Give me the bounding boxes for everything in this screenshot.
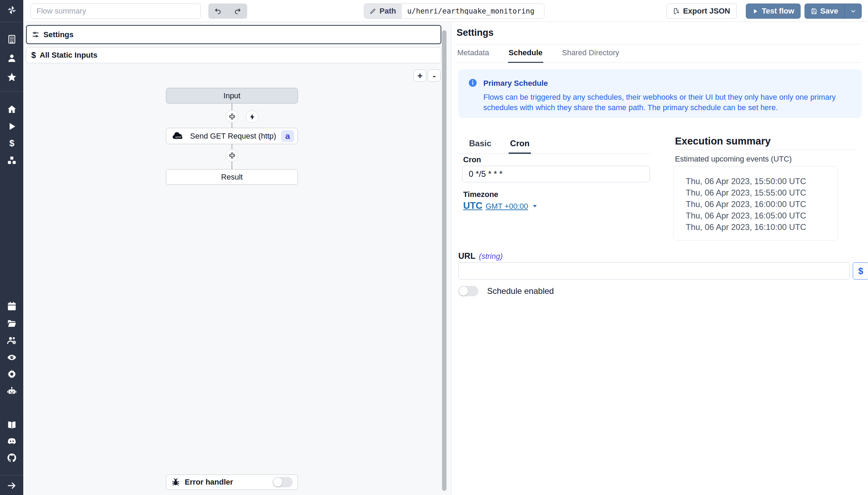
github-icon[interactable] <box>6 452 17 463</box>
save-button[interactable]: Save <box>804 3 844 19</box>
workers-robot-icon[interactable] <box>6 385 17 396</box>
infobox-title: Primary Schedule <box>483 78 844 88</box>
plus-icon <box>229 152 235 159</box>
redo-button[interactable] <box>228 3 247 19</box>
all-static-inputs-row[interactable]: $ All Static Inputs <box>26 47 441 63</box>
event-row: Thu, 06 Apr 2023, 16:05:00 UTC <box>686 210 838 221</box>
docs-book-icon[interactable] <box>6 420 17 431</box>
flow-summary-input[interactable] <box>31 3 201 19</box>
timezone-offset: GMT +00:00 <box>486 202 528 211</box>
schedule-enabled-row: Schedule enabled <box>458 286 554 296</box>
windmill-logo-icon[interactable] <box>6 5 17 16</box>
svg-text:HTTP: HTTP <box>175 136 181 138</box>
input-node[interactable]: Input <box>166 88 298 104</box>
add-step-button[interactable] <box>226 149 238 162</box>
export-json-button[interactable]: Export JSON <box>666 3 737 19</box>
insert-variable-button[interactable]: $ <box>853 262 868 280</box>
execution-summary-subtitle: Estimated upcoming events (UTC) <box>675 155 792 164</box>
schedules-calendar-icon[interactable] <box>6 301 17 312</box>
sidebar-divider <box>0 475 23 476</box>
result-node[interactable]: Result <box>166 169 298 185</box>
edit-path-button[interactable]: Path <box>364 4 402 18</box>
execution-summary-title: Execution summary <box>675 135 771 147</box>
event-row: Thu, 06 Apr 2023, 16:10:00 UTC <box>686 221 838 233</box>
schedule-mode-tabs: Basic Cron <box>459 139 650 154</box>
audit-eye-icon[interactable] <box>6 352 17 363</box>
export-json-label: Export JSON <box>683 7 730 16</box>
flow-graph-panel: Settings $ All Static Inputs + - Input H… <box>23 22 451 495</box>
error-handler-label: Error handler <box>185 478 233 487</box>
bug-icon <box>171 478 180 487</box>
variables-dollar-icon[interactable]: $ <box>6 138 17 149</box>
tab-cron[interactable]: Cron <box>509 139 531 154</box>
zoom-in-button[interactable]: + <box>414 69 426 82</box>
timezone-selector[interactable]: UTC GMT +00:00 <box>463 200 537 211</box>
collapse-arrow-icon[interactable] <box>6 480 17 491</box>
path-group: Path <box>364 3 544 19</box>
undo-button[interactable] <box>208 3 228 19</box>
http-cloud-icon: HTTP <box>171 131 185 141</box>
event-row: Thu, 06 Apr 2023, 15:55:00 UTC <box>686 187 838 198</box>
primary-schedule-infobox: Primary Schedule Flows can be triggered … <box>459 69 861 118</box>
path-label: Path <box>379 7 396 16</box>
path-input[interactable] <box>402 4 544 18</box>
timezone-name: UTC <box>463 200 483 211</box>
tab-schedule[interactable]: Schedule <box>508 46 543 63</box>
error-handler-toggle[interactable] <box>273 477 293 487</box>
cron-label: Cron <box>463 155 481 164</box>
infobox-content: Primary Schedule Flows can be triggered … <box>483 78 844 109</box>
sidebar-divider <box>0 91 23 92</box>
upcoming-events-box: Thu, 06 Apr 2023, 15:50:00 UTC Thu, 06 A… <box>673 166 838 240</box>
divider <box>457 44 861 44</box>
http-step-label: Send GET Request (http) <box>185 132 281 141</box>
sidebar-divider <box>0 22 23 22</box>
url-input[interactable] <box>458 262 850 280</box>
settings-gear-icon[interactable] <box>6 369 17 380</box>
step-id-badge: a <box>281 130 294 142</box>
add-trigger-button[interactable] <box>246 110 258 123</box>
url-label: URL <box>458 251 475 261</box>
tab-metadata[interactable]: Metadata <box>457 46 490 63</box>
save-button-group: Save <box>804 3 862 19</box>
schedule-enabled-label: Schedule enabled <box>487 286 554 296</box>
home-icon[interactable] <box>6 104 17 115</box>
test-flow-label: Test flow <box>762 7 794 16</box>
bolt-icon <box>249 114 256 120</box>
schedule-enabled-toggle[interactable] <box>458 286 478 296</box>
tab-shared-directory[interactable]: Shared Directory <box>561 46 620 63</box>
caret-down-icon <box>532 204 537 208</box>
user-icon[interactable] <box>6 52 17 64</box>
zoom-out-button[interactable]: - <box>428 69 441 82</box>
flow-settings-row[interactable]: Settings <box>26 25 441 44</box>
cron-input[interactable] <box>462 166 650 182</box>
play-icon <box>752 8 759 15</box>
error-handler-node[interactable]: Error handler <box>166 475 298 490</box>
settings-tabs: Metadata Schedule Shared Directory <box>457 46 861 63</box>
timezone-label: Timezone <box>463 190 498 199</box>
resources-boxes-icon[interactable] <box>6 155 17 166</box>
url-type-hint: (string) <box>479 252 502 261</box>
test-flow-button[interactable]: Test flow <box>746 3 801 19</box>
sliders-icon <box>32 31 40 39</box>
pencil-icon <box>370 8 376 15</box>
plus-icon <box>229 113 235 120</box>
flow-vertical-scrollbar[interactable] <box>442 30 446 491</box>
dollar-icon: $ <box>31 50 36 60</box>
discord-icon[interactable] <box>6 436 17 447</box>
topbar: Path Export JSON Test flow Save <box>23 0 868 22</box>
toggle-knob <box>273 478 282 487</box>
add-step-button[interactable] <box>226 110 238 123</box>
svg-text:$: $ <box>9 138 14 148</box>
save-label: Save <box>820 7 838 16</box>
infobox-body: Flows can be triggered by any schedules,… <box>483 92 844 113</box>
folders-icon[interactable] <box>6 318 17 329</box>
flow-settings-label: Settings <box>43 30 74 39</box>
http-step-node[interactable]: HTTP Send GET Request (http) a <box>166 128 298 144</box>
save-dropdown-button[interactable] <box>844 3 862 19</box>
groups-users-icon[interactable] <box>6 335 17 346</box>
tab-basic[interactable]: Basic <box>468 139 493 154</box>
runs-play-icon[interactable] <box>6 121 17 132</box>
workspace-building-icon[interactable] <box>6 34 17 45</box>
favorites-star-icon[interactable] <box>6 72 17 83</box>
chevron-down-icon <box>850 8 857 15</box>
